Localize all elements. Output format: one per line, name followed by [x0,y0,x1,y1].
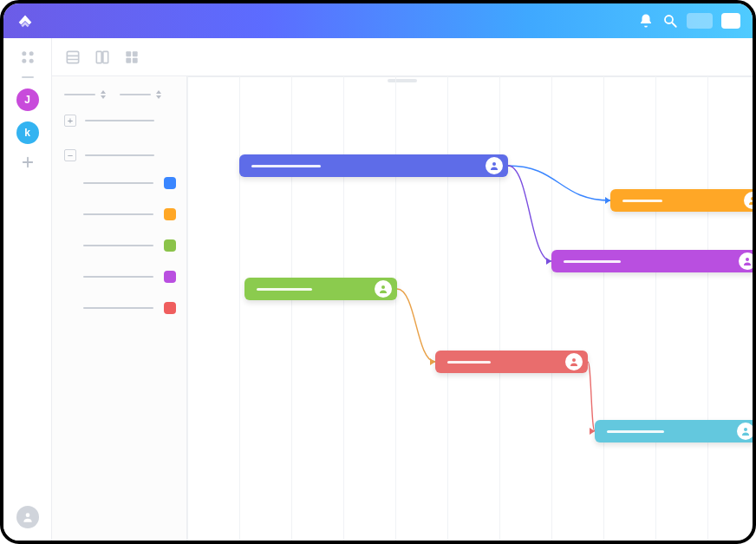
topbar-chip-2[interactable] [721,13,740,29]
gantt-bar[interactable] [244,278,397,300]
avatar-k-initial: k [24,127,30,139]
placeholder-line [64,94,95,95]
gantt-bar[interactable] [610,189,753,212]
placeholder-line [85,154,154,156]
task-sidebar: + − [52,76,187,541]
assignee-avatar[interactable] [739,252,753,270]
svg-rect-9 [67,51,78,62]
status-chip [164,208,176,220]
placeholder-line [120,94,151,95]
collapse-icon[interactable]: − [64,149,76,161]
app-logo[interactable] [16,11,35,30]
content: + − [52,76,753,541]
status-chip [164,271,176,283]
svg-point-21 [381,285,385,289]
profile-avatar[interactable] [16,506,39,528]
task-row[interactable] [64,298,176,318]
svg-rect-15 [133,51,138,56]
placeholder-line [83,276,153,278]
search-icon[interactable] [662,13,678,29]
group-collapsed[interactable]: + [64,115,176,127]
svg-point-20 [746,258,749,261]
status-chip [164,177,176,189]
placeholder-line [83,213,153,215]
gantt-bar[interactable] [435,351,588,373]
svg-line-1 [672,23,676,27]
task-row[interactable] [64,174,176,193]
placeholder-line [83,182,153,184]
placeholder-line [447,361,491,364]
svg-point-3 [29,51,33,56]
gantt-bar[interactable] [595,420,753,442]
svg-rect-16 [126,57,131,62]
avatar-j[interactable]: J [16,88,39,111]
notifications-icon[interactable] [638,13,654,29]
gantt-grid [187,76,753,541]
svg-point-22 [572,358,576,362]
assignee-avatar[interactable] [375,280,392,298]
status-chip [164,302,176,314]
assignee-avatar[interactable] [744,192,753,209]
task-row[interactable] [64,267,176,286]
expand-icon[interactable]: + [64,115,76,127]
assignee-avatar[interactable] [486,157,503,174]
svg-rect-13 [103,51,108,62]
avatar-k[interactable]: k [16,121,39,144]
placeholder-line [83,245,153,246]
assignee-avatar[interactable] [737,423,753,440]
placeholder-line [257,288,312,291]
left-rail: J k [3,38,52,541]
svg-point-2 [22,51,26,56]
sort-dropdown-1[interactable] [64,90,106,99]
svg-point-5 [29,59,33,63]
sort-dropdown-2[interactable] [120,90,161,99]
gantt-bar[interactable] [239,154,508,177]
status-chip [164,239,176,252]
task-row[interactable] [64,236,176,255]
apps-icon[interactable] [19,49,36,66]
svg-rect-14 [126,51,131,56]
avatar-j-initial: J [24,94,30,106]
svg-point-23 [744,428,747,431]
grid-view-icon[interactable] [123,49,140,66]
assignee-avatar[interactable] [565,353,583,370]
placeholder-line [83,307,153,309]
placeholder-line [85,120,154,121]
svg-point-19 [751,197,753,200]
group-expanded[interactable]: − [64,149,176,161]
topbar [3,3,753,38]
topbar-chip-1[interactable] [687,13,713,29]
gantt-bar[interactable] [551,250,753,272]
task-row[interactable] [64,205,176,224]
svg-point-8 [25,513,29,517]
add-workspace-icon[interactable] [20,154,36,170]
app-window: J k [0,0,756,544]
rail-divider [22,76,34,78]
placeholder-line [564,260,621,263]
board-view-icon[interactable] [94,49,111,66]
placeholder-line [251,165,321,167]
list-view-icon[interactable] [64,49,81,66]
view-strip [52,38,753,76]
placeholder-line [622,200,662,202]
gantt-area[interactable] [187,76,753,541]
svg-rect-17 [133,57,138,62]
svg-point-18 [492,162,496,166]
svg-point-4 [22,59,26,63]
placeholder-line [607,430,664,433]
svg-rect-12 [96,51,101,62]
